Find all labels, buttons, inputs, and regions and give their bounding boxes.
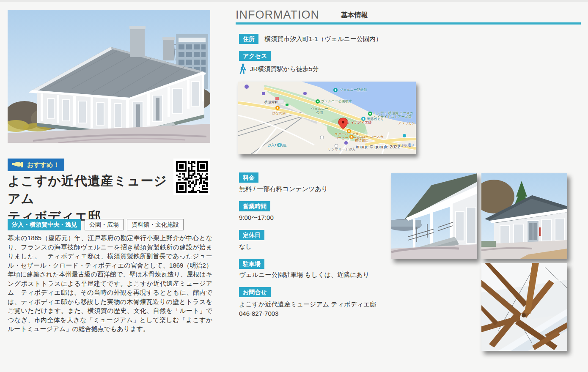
map-label: ヴェルニー記念館 [340,88,367,92]
section-closed: 定休日 [239,230,264,240]
section-access: アクセス [239,51,271,61]
entrance-photo [481,173,567,259]
hours-label: 営業時間 [239,201,270,211]
address-value: 横須賀市汐入町1-1（ヴェルニー公園内） [264,35,382,43]
map-label: 横須賀駅 [264,100,278,104]
page-top-strip [0,0,588,2]
map-label: アメリカン [398,121,415,125]
map-label: 汐入1号街区 [268,143,286,147]
recommend-badge-label: おすすめ！ [27,161,59,169]
closed-label: 定休日 [239,230,264,240]
map-label: はなの湯 [272,111,286,115]
tag-row: 汐入・横須賀中央・逸見 公園・広場 資料館・文化施設 [8,219,184,230]
hours-value: 9:00〜17:00 [239,214,274,222]
map-attribution: image © google 2022 [356,145,400,149]
section-address: 住所 横須賀市汐入町1-1（ヴェルニー公園内） [239,34,382,44]
map-label: スシロー コースカ 横須賀店 [355,135,383,142]
recommend-badge: おすすめ！ [8,159,64,171]
information-header: INFORMATION 基本情報 [236,8,581,22]
access-label: アクセス [239,51,271,61]
parking-value: ヴェルニー公園駐車場 もしくは、近隣にあり [239,271,369,279]
page-title: よこすか近代遺産ミュージアム ティボディエ邸 [8,172,173,225]
access-row: JR横須賀駅から徒歩5分 [239,63,319,74]
map-label: ヴェルニー公園噴水 [321,99,352,103]
tag-category-park[interactable]: 公園・広場 [85,219,124,230]
description-text: 幕末の1865（慶応元）年、江戸幕府の勘定奉行小栗上野介が中心となり、フランスの… [8,233,212,334]
tag-area[interactable]: 汐入・横須賀中央・逸見 [8,219,81,230]
map[interactable]: ヴェルニー記念館 ヴェルニー公園噴水 ヴェルニー 公園 横須賀駅 ティボディエ邸… [238,82,416,154]
fee-label: 料金 [239,172,258,183]
section-parking: 駐車場 [239,259,264,269]
main-building-photo [8,10,210,143]
closed-value: なし [239,243,252,251]
map-label: サンマリーナ汐入 [328,148,355,151]
pointing-hand-icon [11,161,24,169]
contact-name: よこすか近代遺産ミュージアム ティボディエ邸 [239,301,376,308]
address-label: 住所 [239,34,258,44]
main-building-photo-art [8,10,210,143]
map-label: トンデミ 横須賀 コースカ ベイサイドストアーズ店 [374,111,413,119]
qr-code [173,159,210,195]
walking-person-icon [239,63,247,74]
access-value: JR横須賀駅から徒歩5分 [250,65,319,73]
map-label: ヴェルニー 公園 [311,107,328,115]
section-fee: 料金 [239,172,258,183]
section-hours: 営業時間 [239,201,270,211]
contact-value: よこすか近代遺産ミュージアム ティボディエ邸 046-827-7003 [239,300,376,318]
information-title-ja: 基本情報 [341,11,368,20]
contact-phone[interactable]: 046-827-7003 [239,310,278,317]
section-contact: お問合せ [239,287,271,297]
map-label: ティボディエ邸 [347,120,371,124]
information-title-en: INFORMATION [236,8,319,22]
porch-photo [391,173,477,259]
parking-label: 駐車場 [239,259,264,269]
truss-photo [481,263,567,351]
page-title-line1: よこすか近代遺産ミュージアム [8,174,167,205]
fee-value: 無料 / 一部有料コンテンツあり [239,185,328,193]
tag-category-museum[interactable]: 資料館・文化施設 [127,219,184,230]
information-underline [236,22,581,25]
contact-label: お問合せ [239,287,271,297]
